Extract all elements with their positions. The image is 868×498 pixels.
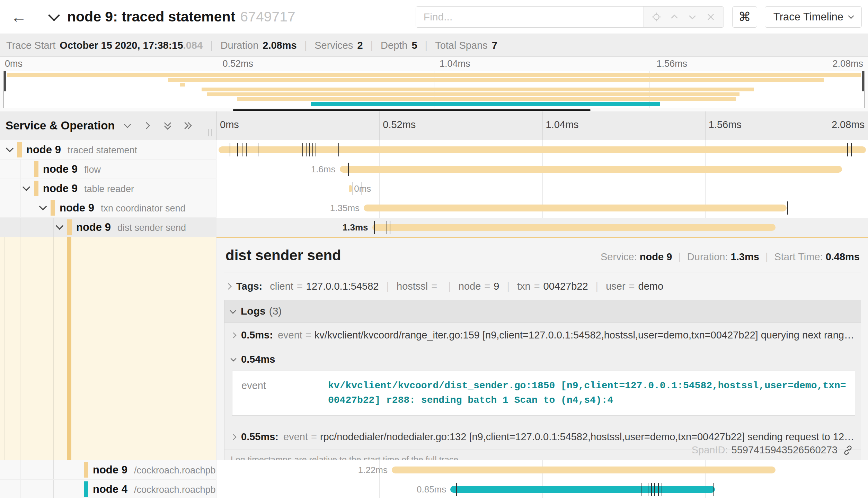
log-marker-tick	[302, 143, 303, 156]
span-color-stripe	[34, 161, 38, 177]
chevron-right-icon	[225, 283, 231, 289]
logs-header[interactable]: Logs (3)	[224, 300, 861, 323]
span-name-cell[interactable]: node 9table reader	[0, 179, 216, 198]
expand-one-icon[interactable]	[122, 120, 133, 131]
span-id-value: 5597415943526560273	[732, 444, 838, 456]
span-row[interactable]: node 9flow1.6ms	[0, 160, 868, 179]
indent-guide	[20, 460, 20, 479]
copy-link-icon[interactable]	[842, 445, 853, 456]
span-name-cell[interactable]: node 9txn coordinator send	[0, 198, 216, 218]
span-name-cell[interactable]: node 4/cockroach.roachpb.I...	[0, 480, 216, 498]
separator: |	[304, 40, 307, 51]
indent-guide	[20, 237, 20, 460]
prev-result-icon[interactable]	[669, 12, 680, 22]
summary-value-suffix: .084	[183, 40, 203, 51]
log-entry[interactable]: 0.5ms:event=kv/kvclient/kvcoord/range_it…	[224, 323, 861, 348]
column-resizer-handle[interactable]	[208, 129, 212, 136]
detail-row-name-column	[0, 237, 216, 460]
chevron-down-icon	[39, 202, 47, 210]
span-track[interactable]: 1.35ms	[216, 198, 868, 218]
row-expander[interactable]	[7, 145, 12, 152]
back-button[interactable]: ←	[0, 0, 38, 34]
row-expander[interactable]	[40, 203, 46, 210]
service-operation-header: Service & Operation	[0, 111, 216, 140]
span-track[interactable]	[216, 140, 868, 160]
operation-name: dist sender send	[117, 223, 186, 233]
expand-all-icon[interactable]	[162, 120, 173, 131]
span-row[interactable]: node 9txn coordinator send1.35ms	[0, 198, 868, 218]
log-field-value: rpc/nodedialer/nodedialer.go:132 [n9,cli…	[320, 431, 855, 443]
indent-guide	[20, 480, 20, 498]
service-value: node 9	[640, 251, 672, 262]
row-expander[interactable]	[24, 184, 29, 191]
chevron-right-icon	[231, 332, 237, 338]
span-name-text: node 9txn coordinator send	[60, 202, 186, 214]
log-marker-tick	[374, 221, 375, 234]
tag-key: client	[270, 281, 293, 292]
span-row[interactable]: node 9traced statement	[0, 140, 868, 160]
span-bar[interactable]	[392, 467, 776, 473]
span-name-text: node 9traced statement	[26, 144, 137, 156]
span-name-cell[interactable]: node 9/cockroach.roachpb.I...	[0, 460, 216, 480]
logs-entries: 0.5ms:event=kv/kvclient/kvcoord/range_it…	[224, 323, 861, 450]
find-input[interactable]	[416, 7, 643, 27]
start-time-label: Start Time:	[774, 251, 823, 262]
minimap-canvas[interactable]	[3, 71, 865, 108]
operation-name: txn coordinator send	[101, 203, 186, 214]
indent-guide	[70, 460, 70, 479]
span-track[interactable]: 1.3ms	[216, 218, 868, 237]
span-bar[interactable]	[349, 185, 352, 192]
span-name-cell[interactable]: node 9dist sender send	[0, 218, 216, 237]
chevron-down-icon	[56, 222, 64, 230]
span-bar[interactable]	[340, 166, 842, 173]
log-entry-expanded: 0.54mseventkv/kvclient/kvcoord/dist_send…	[224, 348, 861, 424]
trace-title-group[interactable]: node 9: traced statement 6749717	[50, 9, 295, 25]
trace-view-selector[interactable]: Trace Timeline	[765, 6, 862, 28]
span-bar[interactable]	[372, 224, 776, 231]
find-tools	[643, 7, 724, 27]
span-row[interactable]: node 9dist sender send1.3ms	[0, 218, 868, 237]
tag-key: node	[459, 281, 481, 292]
locate-icon[interactable]	[651, 12, 662, 22]
span-id-label: SpanID:	[692, 444, 728, 456]
tags-row[interactable]: Tags: client=127.0.0.1:54582|hostssl=|no…	[224, 281, 861, 292]
span-track[interactable]: 1.6ms	[216, 160, 868, 179]
span-name-cell[interactable]: node 9traced statement	[0, 140, 216, 160]
keyboard-shortcuts-button[interactable]: ⌘	[732, 6, 757, 28]
find-group	[416, 6, 724, 28]
row-expander[interactable]	[57, 223, 62, 230]
service-name: node 9	[43, 163, 78, 175]
span-detail-panel: dist sender send Service: node 9|Duratio…	[216, 237, 868, 460]
span-track[interactable]: 0.85ms	[216, 480, 868, 498]
span-row[interactable]: node 9table reader0ms	[0, 179, 868, 198]
indent-guide	[53, 237, 54, 460]
separator: |	[448, 281, 451, 292]
clear-search-icon[interactable]	[706, 12, 716, 22]
span-name-text: node 9table reader	[43, 182, 134, 195]
header-actions: ⌘ Trace Timeline	[416, 6, 862, 28]
span-row[interactable]: node 4/cockroach.roachpb.I...0.85ms	[0, 480, 868, 498]
summary-value: 2.08ms	[263, 40, 296, 51]
span-color-stripe	[67, 219, 72, 235]
collapse-one-icon[interactable]	[142, 120, 153, 131]
command-icon: ⌘	[738, 10, 751, 24]
span-track[interactable]: 0ms	[216, 179, 868, 198]
indent-guide	[70, 480, 70, 498]
collapse-all-icon[interactable]	[182, 120, 193, 131]
minimap-scrollbar[interactable]	[233, 109, 591, 111]
span-id-row: SpanID: 5597415943526560273	[692, 444, 853, 456]
log-marker-tick	[787, 201, 788, 215]
minimap-left-handle[interactable]	[4, 71, 6, 91]
log-entry-header[interactable]: 0.54ms	[231, 354, 855, 365]
span-track[interactable]: 1.22ms	[216, 460, 868, 480]
span-bar[interactable]	[450, 486, 715, 493]
summary-value: 2	[357, 40, 363, 51]
span-bar[interactable]	[364, 205, 787, 211]
minimap-right-handle[interactable]	[862, 71, 864, 91]
span-name-cell[interactable]: node 9flow	[0, 160, 216, 179]
service-name: node 9	[60, 202, 94, 214]
span-duration-label: 1.35ms	[330, 203, 364, 214]
span-color-stripe	[17, 142, 22, 157]
span-row[interactable]: node 9/cockroach.roachpb.I...1.22ms	[0, 460, 868, 480]
next-result-icon[interactable]	[687, 12, 698, 22]
